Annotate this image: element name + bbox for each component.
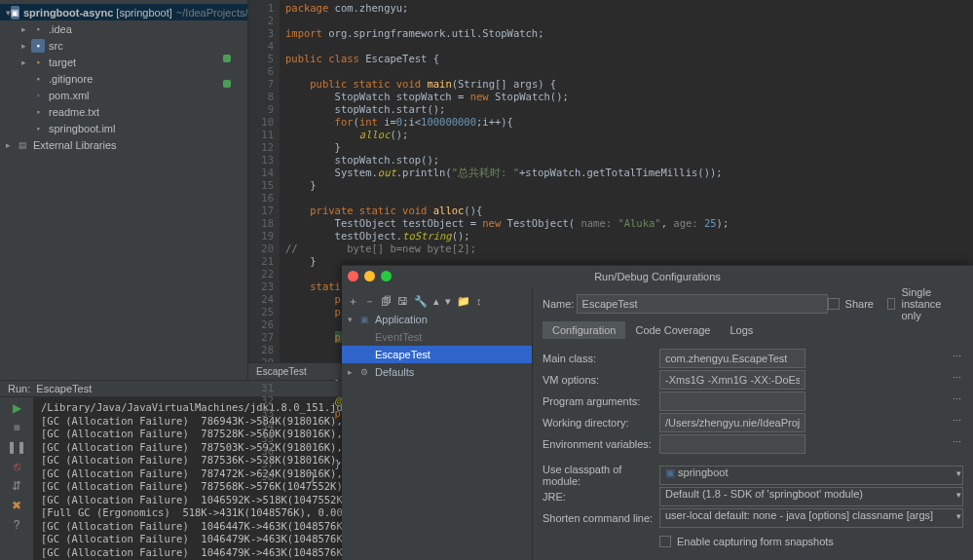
save-icon[interactable]: 🖫 xyxy=(397,295,408,307)
field-input[interactable] xyxy=(659,349,805,368)
field-dropdown[interactable]: ▣ springboot▾ xyxy=(659,466,963,485)
share-checkbox[interactable]: Share xyxy=(828,298,874,310)
pause-icon[interactable]: ❚❚ xyxy=(7,440,26,454)
library-icon: ▤ xyxy=(16,138,29,152)
field-dropdown[interactable]: Default (1.8 - SDK of 'springboot' modul… xyxy=(659,487,963,506)
chevron-down-icon[interactable]: ▾ xyxy=(956,511,961,521)
folder-icon[interactable]: 📁 xyxy=(457,295,470,308)
help-icon[interactable]: ? xyxy=(14,518,20,532)
add-icon[interactable]: ＋ xyxy=(348,294,358,309)
field-label: JRE: xyxy=(543,491,659,503)
config-item-selected[interactable]: EscapeTest xyxy=(342,346,532,363)
before-launch-section[interactable]: ▸ Before launch: Build, Activate tool wi… xyxy=(543,552,963,560)
editor-gutter: 1234567891011121314151617181920212223242… xyxy=(248,0,280,380)
dialog-title-bar: Run/Debug Configurations xyxy=(342,266,973,287)
enable-capture-checkbox[interactable]: Enable capturing form snapshots xyxy=(659,536,963,547)
tree-item[interactable]: ▸▪target xyxy=(0,54,247,70)
browse-icon[interactable]: ⋯ xyxy=(953,352,961,361)
field-label: Shorten command line: xyxy=(543,512,659,524)
tree-item[interactable]: ▪.gitignore xyxy=(0,70,247,87)
field-label: Environment variables: xyxy=(543,438,659,450)
dialog-title: Run/Debug Configurations xyxy=(594,271,721,282)
browse-icon[interactable]: ⋯ xyxy=(953,437,961,447)
field-dropdown[interactable]: user-local default: none - java [options… xyxy=(659,508,963,528)
config-form: Name: Share Single instance only Configu… xyxy=(533,287,973,560)
minimize-icon[interactable] xyxy=(364,271,375,281)
project-tree[interactable]: ▾ ▣ springboot-async [springboot] ~/Idea… xyxy=(0,0,248,380)
chevron-icon: ▸ xyxy=(21,41,31,51)
field-label: Program arguments: xyxy=(543,395,659,407)
field-input[interactable] xyxy=(659,413,805,432)
field-input[interactable] xyxy=(659,392,805,411)
config-defaults[interactable]: ▸ ⚙ Defaults xyxy=(342,363,532,381)
copy-icon[interactable]: 🗐 xyxy=(381,295,392,307)
field-label: Working directory: xyxy=(543,417,659,429)
chevron-icon: ▸ xyxy=(21,57,31,67)
tab-configuration[interactable]: Configuration xyxy=(543,321,625,339)
name-label: Name: xyxy=(543,298,577,310)
down-icon[interactable]: ▾ xyxy=(445,295,451,308)
file-icon: ▪ xyxy=(31,72,45,86)
chevron-right-icon: ▸ xyxy=(348,367,357,377)
tab-code-coverage[interactable]: Code Coverage xyxy=(625,321,720,339)
close-icon[interactable] xyxy=(348,271,358,281)
config-tree: ＋ － 🗐 🖫 🔧 ▴ ▾ 📁 ↕ ▾ ▣ Application EventT… xyxy=(342,287,533,560)
config-type-application[interactable]: ▾ ▣ Application xyxy=(342,311,532,328)
tree-item[interactable]: ▪springboot.iml xyxy=(0,120,247,136)
field-input[interactable] xyxy=(659,434,805,454)
field-input[interactable] xyxy=(659,370,805,390)
tab-logs[interactable]: Logs xyxy=(721,321,764,339)
pin-icon[interactable]: ✖ xyxy=(12,499,21,512)
tree-item[interactable]: ▪readme.txt xyxy=(0,103,247,120)
rerun-icon[interactable]: ▶ xyxy=(13,401,21,415)
stop-icon[interactable]: ■ xyxy=(13,421,19,434)
root-tag: [springboot] xyxy=(116,7,171,19)
module-icon: ▣ xyxy=(11,6,19,19)
file-icon: ▪ xyxy=(31,39,45,53)
external-libraries[interactable]: ▸ ▤ External Libraries xyxy=(0,136,247,153)
browse-icon[interactable]: ⋯ xyxy=(953,416,961,426)
file-icon: ▪ xyxy=(31,105,45,119)
file-icon: ▪ xyxy=(31,89,45,102)
exit-icon[interactable]: ⎋ xyxy=(14,460,20,473)
file-icon: ▪ xyxy=(31,122,45,135)
application-icon: ▣ xyxy=(357,313,371,326)
field-label: VM options: xyxy=(543,374,659,386)
chevron-right-icon: ▸ xyxy=(6,140,16,150)
browse-icon[interactable]: ⋯ xyxy=(953,394,961,404)
config-toolbar: ＋ － 🗐 🖫 🔧 ▴ ▾ 📁 ↕ xyxy=(342,291,532,311)
chevron-down-icon[interactable]: ▾ xyxy=(956,468,961,478)
run-toolbar: ▶ ■ ❚❚ ⎋ ⇵ ✖ ? xyxy=(0,397,33,560)
chevron-down-icon[interactable]: ▾ xyxy=(956,490,961,500)
gear-icon: ⚙ xyxy=(357,365,371,379)
tree-item[interactable]: ▸▪src xyxy=(0,37,247,54)
chevron-icon: ▸ xyxy=(21,24,31,34)
file-icon: ▪ xyxy=(31,56,45,69)
tree-item[interactable]: ▸▪.idea xyxy=(0,20,247,37)
layout-icon[interactable]: ⇵ xyxy=(12,479,21,493)
remove-icon[interactable]: － xyxy=(364,294,375,309)
up-icon[interactable]: ▴ xyxy=(433,295,439,308)
field-label: Main class: xyxy=(543,353,659,364)
config-tabs: Configuration Code Coverage Logs xyxy=(543,321,963,339)
file-icon: ▪ xyxy=(31,22,45,36)
collapse-icon[interactable]: ↕ xyxy=(476,295,482,307)
single-instance-checkbox[interactable]: Single instance only xyxy=(887,286,963,321)
config-item[interactable]: EventTest xyxy=(342,328,532,346)
settings-icon[interactable]: 🔧 xyxy=(414,295,428,308)
tree-root[interactable]: ▾ ▣ springboot-async [springboot] ~/Idea… xyxy=(0,4,247,20)
root-name: springboot-async xyxy=(23,7,113,19)
name-input[interactable] xyxy=(577,294,828,314)
field-label: Use classpath of module: xyxy=(543,464,659,487)
tree-item[interactable]: ▪pom.xml xyxy=(0,87,247,103)
run-config-dialog: Run/Debug Configurations ＋ － 🗐 🖫 🔧 ▴ ▾ 📁… xyxy=(342,265,973,560)
chevron-down-icon: ▾ xyxy=(348,315,357,324)
root-path: ~/IdeaProjects/springboot-a xyxy=(176,7,248,19)
browse-icon[interactable]: ⋯ xyxy=(953,373,961,383)
zoom-icon[interactable] xyxy=(381,271,392,281)
